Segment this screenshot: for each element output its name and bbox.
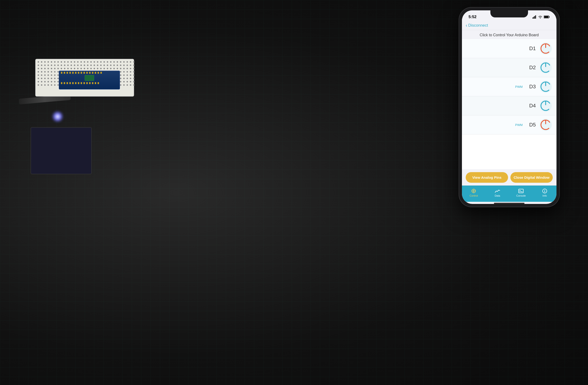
action-buttons: View Analog Pins Close Digital Window <box>462 169 556 185</box>
battery-icon <box>544 15 550 19</box>
led-glow <box>52 111 63 122</box>
svg-rect-7 <box>549 17 550 17</box>
small-breadboard <box>31 127 92 174</box>
svg-rect-6 <box>544 16 548 18</box>
pin-label-d1: D1 <box>527 45 536 52</box>
signal-icon <box>532 15 537 19</box>
pwm-label-d5: PWM <box>515 123 523 127</box>
tab-control[interactable]: Control <box>462 188 486 198</box>
page-title: Click to Control Your Arduino Board <box>462 30 556 39</box>
power-button-d4[interactable] <box>540 100 552 112</box>
tab-bar: Control Data <box>462 185 556 202</box>
pin-label-d3: D3 <box>527 84 536 90</box>
pwm-label-d3: PWM <box>515 85 523 89</box>
tab-data[interactable]: Data <box>486 188 509 198</box>
power-button-d5[interactable] <box>540 119 552 131</box>
data-icon <box>495 189 500 193</box>
power-icon-d5 <box>541 120 551 130</box>
svg-rect-24 <box>519 189 523 193</box>
power-button-d2[interactable] <box>540 62 552 74</box>
console-icon <box>518 189 524 193</box>
tab-info[interactable]: Info <box>533 188 557 198</box>
power-button-d1[interactable] <box>540 42 552 55</box>
info-icon <box>542 189 547 193</box>
wifi-icon <box>538 15 542 19</box>
svg-point-28 <box>545 190 545 190</box>
phone: 5:52 <box>459 7 560 207</box>
pin-label-d4: D4 <box>527 103 536 109</box>
status-time: 5:52 <box>468 15 477 19</box>
tab-console[interactable]: Console <box>509 188 533 198</box>
svg-point-4 <box>540 18 541 19</box>
home-indicator <box>494 203 525 204</box>
power-icon-d2 <box>541 62 551 73</box>
power-icon-d3 <box>541 81 551 92</box>
power-icon-d4 <box>541 101 551 111</box>
pin-label-d2: D2 <box>527 65 536 71</box>
pin-row-d1: D1 <box>462 39 556 58</box>
breadboard-area: // Will be rendered below <box>12 23 153 188</box>
status-icons <box>532 15 550 19</box>
view-analog-button[interactable]: View Analog Pins <box>466 172 508 183</box>
power-icon-d1 <box>541 43 551 54</box>
pin-row-d3: PWM D3 <box>462 77 556 96</box>
svg-rect-3 <box>535 15 536 19</box>
notch <box>490 10 528 17</box>
svg-point-23 <box>473 190 474 192</box>
phone-body: 5:52 <box>459 7 560 207</box>
close-digital-button[interactable]: Close Digital Window <box>510 172 553 183</box>
svg-rect-1 <box>533 17 534 19</box>
control-icon <box>471 189 477 193</box>
phone-screen: 5:52 <box>462 10 556 204</box>
tab-info-label: Info <box>543 194 547 197</box>
arduino-nano <box>59 71 120 90</box>
svg-rect-0 <box>532 17 533 19</box>
nav-bar: ‹ Disconnect <box>462 21 556 30</box>
pin-list: D1 D2 <box>462 39 556 169</box>
back-label: Disconnect <box>468 23 488 28</box>
pin-label-d5: D5 <box>527 122 536 128</box>
pin-row-d2: D2 <box>462 58 556 77</box>
tab-control-label: Control <box>470 194 478 197</box>
pin-row-d5: PWM D5 <box>462 115 556 135</box>
power-button-d3[interactable] <box>540 81 552 93</box>
tab-data-label: Data <box>495 194 500 197</box>
tab-console-label: Console <box>516 194 526 197</box>
pin-row-d4: D4 <box>462 96 556 115</box>
back-button[interactable]: ‹ Disconnect <box>466 23 488 28</box>
svg-rect-2 <box>534 16 535 19</box>
back-chevron-icon: ‹ <box>466 23 467 28</box>
